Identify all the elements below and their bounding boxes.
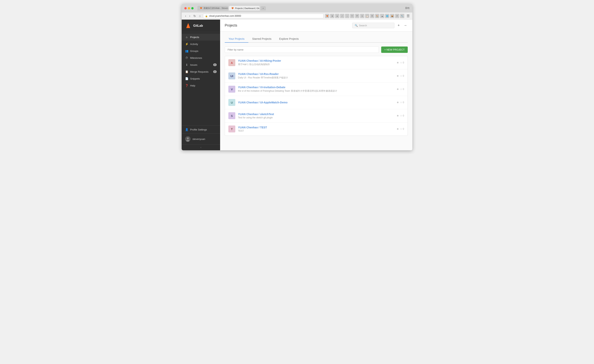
sidebar-item-milestones[interactable]: ⏱ Milestones	[182, 54, 220, 61]
browser-titlebar: 🦊 搭建自己的Gitlab - Steven... ✕ 🦊 Projects |…	[182, 4, 412, 13]
project-name-ai-hiking[interactable]: YUAN Chenhao / AI-Hiking-Poster	[238, 59, 394, 62]
project-avatar-sketchtest: S	[228, 112, 235, 119]
project-item-ai-hiking: A YUAN Chenhao / AI-Hiking-Poster 用于Hall…	[225, 56, 408, 69]
tab-explore-projects[interactable]: Explore Projects	[275, 35, 303, 43]
groups-icon: 👥	[185, 49, 188, 53]
project-info-ai-hiking: YUAN Chenhao / AI-Hiking-Poster 用于Hall 1…	[238, 59, 394, 66]
url-text: cloud.yuanchenhao.com:30000	[209, 15, 321, 17]
toolbar-icon-16[interactable]: 🔧	[400, 14, 404, 18]
status-dot-ui-applewatch	[397, 102, 398, 103]
toolbar-icon-14[interactable]: 📦	[390, 14, 394, 18]
toolbar-icon-1[interactable]: 🦊	[325, 14, 329, 18]
new-project-button[interactable]: + NEW PROJECT	[381, 47, 408, 53]
sidebar-collapse-button[interactable]: ‹	[182, 144, 220, 150]
toolbar-icon-8[interactable]: ℹ	[360, 14, 364, 18]
new-tab-button[interactable]: +	[260, 6, 266, 10]
add-project-icon-button[interactable]: +	[397, 23, 400, 28]
tab-starred-projects[interactable]: Starred Projects	[248, 35, 275, 43]
reload-button[interactable]: ↻	[193, 14, 197, 18]
toolbar-icon-4[interactable]: ✓	[340, 14, 344, 18]
sidebar-item-groups[interactable]: 👥 Groups	[182, 47, 220, 54]
back-button[interactable]: ‹	[184, 14, 187, 18]
minimize-window-button[interactable]	[188, 7, 190, 9]
toolbar-icon-10[interactable]: R	[370, 14, 374, 18]
project-link-sketchtest[interactable]: YUAN Chenhao / sketchTest	[238, 113, 274, 116]
star-count-sketchtest[interactable]: ☆ 0	[400, 114, 404, 117]
project-name-test[interactable]: YUAN Chenhao / TEST	[238, 126, 394, 129]
toolbar-icon-7[interactable]: f?	[355, 14, 359, 18]
merge-requests-icon: 📋	[185, 70, 188, 73]
snippets-icon: 📄	[185, 77, 188, 80]
signin-icon-button[interactable]: →	[403, 23, 408, 28]
star-count-ui-rss[interactable]: ☆ 0	[400, 74, 404, 77]
sidebar-label-projects: Projects	[190, 36, 199, 39]
star-count-ai-hiking[interactable]: ☆ 0	[400, 61, 404, 64]
project-name-ui-rss[interactable]: YUAN Chenhao / UI-Rss-Reader	[238, 73, 394, 75]
sidebar-item-activity[interactable]: ⚡ Activity	[182, 40, 220, 47]
main-content: Projects 🔍 Search + → Your Projec	[220, 20, 412, 150]
tab-your-projects[interactable]: Your Projects	[225, 35, 248, 43]
star-count-test[interactable]: ☆ 0	[400, 128, 404, 130]
project-name-ui-applewatch[interactable]: YUAN Chenhao / UI-AppleWatch-Demo	[238, 101, 394, 104]
sidebar-header: GitLab	[182, 20, 220, 32]
star-icon-test: ☆	[400, 128, 402, 130]
browser-tab-2[interactable]: 🦊 Projects | Dashboard | Git... ✕	[229, 6, 260, 10]
star-count-vi-invitation[interactable]: ☆ 0	[400, 88, 404, 91]
toolbar-icon-6[interactable]: 🛡	[350, 14, 354, 18]
sidebar-label-profile-settings: Profile Settings	[190, 128, 207, 131]
sidebar-item-snippets[interactable]: 📄 Snippets	[182, 75, 220, 82]
toolbar-icon-11[interactable]: 🏠	[375, 14, 379, 18]
browser-tab-1[interactable]: 🦊 搭建自己的Gitlab - Steven... ✕	[197, 6, 228, 11]
project-info-vi-invitation: YUAN Chenhao / VI-Invitation-Debate the …	[238, 86, 394, 93]
sidebar-item-help[interactable]: ❓ Help	[182, 82, 220, 89]
toolbar-icon-5[interactable]: ↓	[345, 14, 349, 18]
toolbar-icon-13[interactable]: 🌐	[385, 14, 389, 18]
star-value-sketchtest: 0	[403, 114, 404, 117]
star-icon-sketchtest: ☆	[400, 114, 402, 117]
user-avatar	[185, 136, 190, 142]
address-bar[interactable]: 🔒 cloud.yuanchenhao.com:30000	[203, 14, 324, 18]
sidebar-label-activity: Activity	[190, 43, 198, 46]
project-link-ui-rss[interactable]: YUAN Chenhao / UI-Rss-Reader	[238, 73, 279, 75]
project-meta-vi-invitation: ☆ 0	[397, 88, 404, 91]
sidebar-item-issues[interactable]: ℹ Issues 0	[182, 61, 220, 68]
project-link-vi-invitation[interactable]: YUAN Chenhao / VI-Invitation-Debate	[238, 86, 285, 89]
sidebar-label-milestones: Milestones	[190, 56, 202, 59]
search-box[interactable]: 🔍 Search	[352, 23, 394, 28]
home-button[interactable]: ⌂	[198, 14, 202, 18]
app-container: GitLab ⌂ Projects ⚡ Activity 👥 Groups ⏱ …	[182, 20, 412, 150]
project-avatar-ui-rss: UI	[228, 73, 235, 79]
forward-button[interactable]: ›	[188, 14, 191, 18]
filter-input[interactable]	[225, 47, 379, 53]
sidebar-item-projects[interactable]: ⌂ Projects	[182, 34, 220, 40]
project-name-sketchtest[interactable]: YUAN Chenhao / sketchTest	[238, 113, 394, 116]
toolbar-icon-15[interactable]: ⏱	[395, 14, 399, 18]
toolbar-icon-12[interactable]: ☁	[380, 14, 384, 18]
project-meta-test: ☆ 0	[397, 128, 404, 130]
project-name-vi-invitation[interactable]: YUAN Chenhao / VI-Invitation-Debate	[238, 86, 394, 89]
status-dot-test	[397, 128, 398, 130]
star-count-ui-applewatch[interactable]: ☆ 0	[400, 101, 404, 104]
project-link-ui-applewatch[interactable]: YUAN Chenhao / UI-AppleWatch-Demo	[238, 101, 288, 104]
sidebar-username: stevenyuan	[192, 138, 205, 141]
status-dot-sketchtest	[397, 115, 398, 116]
sidebar-label-help: Help	[190, 84, 195, 87]
svg-point-4	[187, 137, 189, 139]
project-desc-test: TEST	[238, 129, 394, 132]
toolbar-icon-9[interactable]: 📋	[365, 14, 369, 18]
browser-menu-button[interactable]: ☰	[407, 14, 410, 18]
project-item-ui-applewatch: U YUAN Chenhao / UI-AppleWatch-Demo ☆ 0	[225, 96, 408, 109]
project-link-ai-hiking[interactable]: YUAN Chenhao / AI-Hiking-Poster	[238, 59, 281, 62]
close-window-button[interactable]	[184, 7, 187, 9]
maximize-window-button[interactable]	[191, 7, 194, 9]
sidebar: GitLab ⌂ Projects ⚡ Activity 👥 Groups ⏱ …	[182, 20, 220, 150]
toolbar-icon-3[interactable]: ●	[335, 14, 339, 18]
sidebar-footer[interactable]: stevenyuan	[182, 133, 220, 144]
star-icon-ai-hiking: ☆	[400, 61, 402, 64]
sidebar-item-profile-settings[interactable]: 👤 Profile Settings	[182, 126, 220, 133]
star-value-ai-hiking: 0	[403, 61, 404, 64]
sidebar-item-merge-requests[interactable]: 📋 Merge Requests 0	[182, 68, 220, 75]
sidebar-label-snippets: Snippets	[190, 77, 200, 80]
toolbar-icon-star[interactable]: ★	[330, 14, 334, 18]
project-link-test[interactable]: YUAN Chenhao / TEST	[238, 126, 267, 129]
